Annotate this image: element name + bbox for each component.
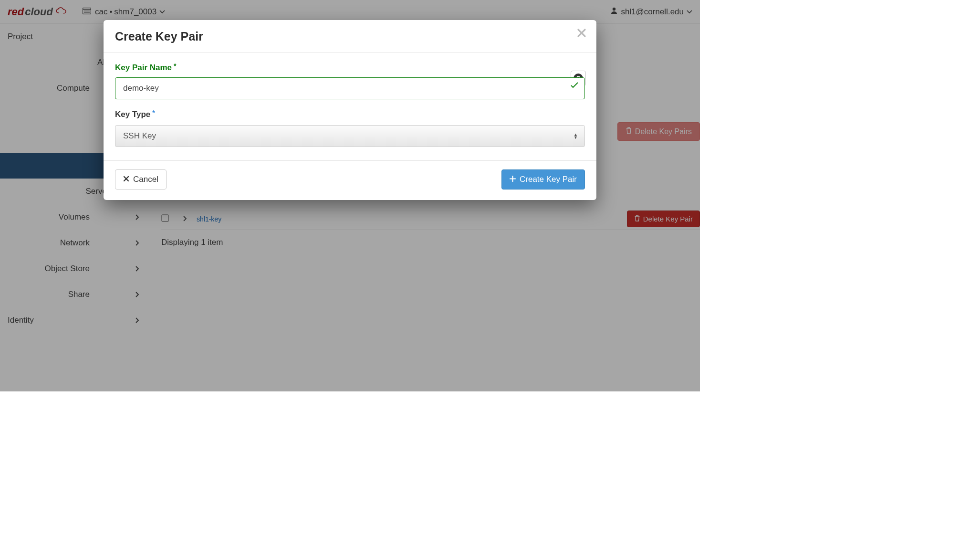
keypair-name-label: Key Pair Name * [115, 63, 177, 73]
required-star-icon: * [174, 62, 176, 70]
cancel-label: Cancel [133, 175, 158, 184]
required-star-icon: * [152, 109, 155, 116]
create-keypair-modal: Create Key Pair ? Key Pair Name * Key Ty… [104, 20, 596, 200]
modal-body: Key Pair Name * Key Type * SSH Key ▲ ▼ [104, 53, 596, 160]
keypair-name-input[interactable] [115, 77, 585, 99]
key-type-select[interactable]: SSH Key ▲ ▼ [115, 125, 585, 147]
select-arrows-icon: ▲ ▼ [573, 133, 578, 139]
create-keypair-label: Create Key Pair [520, 175, 577, 184]
create-keypair-button[interactable]: Create Key Pair [501, 169, 585, 190]
close-icon [123, 175, 129, 184]
modal-footer: Cancel Create Key Pair [104, 160, 596, 200]
close-icon[interactable] [576, 28, 587, 40]
key-type-selected: SSH Key [123, 131, 156, 141]
key-type-label: Key Type * [115, 110, 155, 119]
modal-title: Create Key Pair [115, 30, 585, 43]
key-type-label-text: Key Type [115, 110, 150, 119]
cancel-button[interactable]: Cancel [115, 169, 167, 190]
keypair-name-label-text: Key Pair Name [115, 63, 172, 73]
modal-header: Create Key Pair [104, 20, 596, 53]
check-icon [571, 82, 578, 90]
plus-icon [510, 175, 516, 184]
